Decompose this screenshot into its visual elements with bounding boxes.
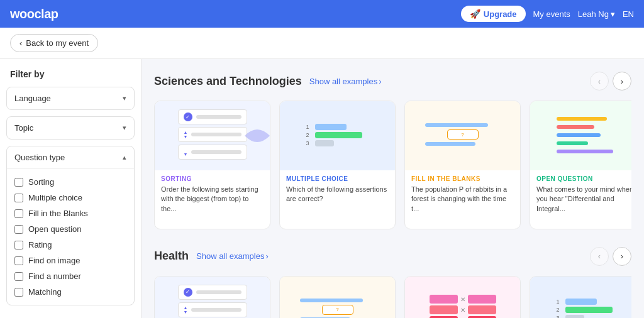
filter-title: Filter by: [0, 69, 141, 87]
sort-updown-icon: ▲▼: [184, 130, 188, 139]
sciences-next-button[interactable]: ›: [613, 72, 631, 90]
language-label: Language: [14, 94, 51, 103]
card-sciences-fb[interactable]: ? FILL IN THE BLANKS The population P of…: [404, 101, 521, 229]
section-health-title: Health: [154, 249, 189, 263]
fb-visual-health: ?: [300, 299, 375, 318]
match-box: [468, 305, 496, 314]
card-sciences-fb-desc: The population P of rabbits in a forest …: [411, 185, 514, 214]
checkbox-open-question-input[interactable]: [14, 225, 23, 234]
sidebar: Filter by Language ▾ Topic ▾ Question ty…: [0, 59, 142, 318]
card-sciences-fb-body: FILL IN THE BLANKS The population P of r…: [405, 170, 520, 219]
card-sciences-mc-body: MULTIPLE CHOICE Which of the following a…: [280, 170, 395, 209]
card-sciences-sorting-type: SORTING: [161, 175, 264, 182]
question-type-filter-header[interactable]: Question type ▴: [7, 146, 134, 168]
checkbox-find-image-input[interactable]: [14, 256, 23, 265]
checkbox-multiple-choice[interactable]: Multiple choice: [14, 190, 126, 206]
health-prev-button[interactable]: ‹: [590, 247, 609, 266]
health-next-button[interactable]: ›: [613, 247, 631, 266]
sort-check-icon: ✓: [184, 288, 192, 297]
sciences-prev-button[interactable]: ‹: [590, 72, 609, 90]
checkbox-rating[interactable]: Rating: [14, 237, 126, 253]
health-show-all[interactable]: Show all examples ›: [196, 251, 269, 261]
topic-label: Topic: [14, 123, 33, 133]
question-type-label: Question type: [14, 153, 65, 162]
card-health-mc[interactable]: 1 2 3: [530, 276, 631, 318]
checkbox-matching-input[interactable]: [14, 288, 23, 297]
checkbox-find-number-input[interactable]: [14, 272, 23, 281]
user-menu[interactable]: Leah Ng ▾: [578, 9, 615, 19]
card-sciences-fb-type: FILL IN THE BLANKS: [411, 175, 514, 182]
checkbox-multiple-choice-input[interactable]: [14, 194, 23, 202]
sort-bar: [191, 150, 241, 154]
arrow-decoration: [238, 117, 270, 155]
match-box: [430, 295, 458, 304]
question-type-filter: Question type ▴ Sorting Multiple choice …: [6, 146, 135, 305]
card-sciences-oq[interactable]: OPEN QUESTION What comes to your mind wh…: [530, 101, 631, 229]
section-health: Health Show all examples › ‹ ›: [154, 247, 631, 318]
language-selector[interactable]: EN: [623, 9, 634, 19]
language-filter-header[interactable]: Language ▾: [7, 87, 134, 109]
sciences-show-all-label: Show all examples: [309, 77, 377, 86]
language-chevron-icon: ▾: [123, 94, 126, 102]
card-health-mc-preview: 1 2 3: [530, 277, 631, 318]
fb-line: [425, 142, 475, 146]
section-sciences-header: Sciences and Technologies Show all examp…: [154, 72, 631, 90]
checkbox-sorting-input[interactable]: [14, 178, 23, 187]
health-show-all-chevron-icon: ›: [265, 251, 268, 261]
section-health-header: Health Show all examples › ‹ ›: [154, 247, 631, 266]
upgrade-label: Upgrade: [484, 9, 517, 19]
checkbox-find-number[interactable]: Find a number: [14, 268, 126, 284]
card-health-matching[interactable]: ✕ ✕ ✕: [404, 276, 521, 318]
checkbox-sorting[interactable]: Sorting: [14, 174, 126, 190]
fb-visual: ?: [425, 123, 501, 148]
checkbox-sorting-label: Sorting: [28, 177, 54, 187]
fb-line: [425, 123, 488, 127]
back-button[interactable]: ‹ Back to my event: [10, 34, 98, 52]
fb-blank: ?: [447, 129, 479, 140]
mc-visual: 1 2 3: [303, 124, 372, 148]
card-sciences-oq-desc: What comes to your mind when you hear "D…: [536, 185, 631, 214]
topic-chevron-icon: ▾: [123, 124, 126, 132]
subheader: ‹ Back to my event: [0, 28, 644, 59]
sort-visual: ✓ ▲▼ ▲▼: [178, 109, 247, 162]
logo: wooclap: [10, 7, 58, 21]
fb-line: [300, 299, 363, 302]
card-health-matching-preview: ✕ ✕ ✕: [405, 277, 520, 318]
checkbox-fill-blanks[interactable]: Fill in the Blanks: [14, 206, 126, 221]
main-content: Sciences and Technologies Show all examp…: [142, 59, 644, 318]
match-box: [468, 295, 496, 304]
card-sciences-sorting-preview: ✓ ▲▼ ▲▼: [155, 101, 270, 170]
user-name: Leah Ng: [578, 9, 609, 19]
sciences-nav-arrows: ‹ ›: [590, 72, 631, 90]
main-layout: Filter by Language ▾ Topic ▾ Question ty…: [0, 59, 644, 318]
card-health-fb[interactable]: ? FILL IN THE BLANKS Complete the senten…: [279, 276, 396, 318]
checkbox-rating-label: Rating: [28, 240, 52, 249]
card-sciences-oq-preview: [530, 101, 631, 170]
card-sciences-sorting[interactable]: ✓ ▲▼ ▲▼: [154, 101, 270, 229]
sciences-show-all[interactable]: Show all examples ›: [309, 77, 382, 86]
checkbox-fill-blanks-input[interactable]: [14, 209, 23, 218]
topic-filter-header[interactable]: Topic ▾: [7, 117, 134, 139]
my-events-link[interactable]: My events: [533, 9, 570, 19]
card-sciences-mc[interactable]: 1 2 3: [279, 101, 396, 229]
card-sciences-oq-type: OPEN QUESTION: [536, 175, 631, 182]
checkbox-find-number-label: Find a number: [28, 271, 81, 281]
section-sciences-header-left: Sciences and Technologies Show all examp…: [154, 75, 381, 88]
card-sciences-mc-desc: Which of the following assertions are co…: [286, 185, 389, 204]
card-sciences-sorting-body: SORTING Order the following sets startin…: [155, 170, 270, 219]
rocket-icon: 🚀: [470, 9, 480, 19]
app-header: wooclap 🚀 Upgrade My events Leah Ng ▾ EN: [0, 0, 644, 28]
sort-bar: [191, 133, 241, 136]
language-filter: Language ▾: [6, 87, 135, 110]
health-show-all-label: Show all examples: [196, 251, 264, 261]
card-sciences-fb-preview: ?: [405, 101, 520, 170]
checkbox-open-question[interactable]: Open question: [14, 221, 126, 237]
topic-filter: Topic ▾: [6, 116, 135, 140]
checkbox-find-image[interactable]: Find on image: [14, 253, 126, 268]
question-type-list: Sorting Multiple choice Fill in the Blan…: [7, 169, 134, 305]
checkbox-matching[interactable]: Matching: [14, 284, 126, 300]
card-health-sorting[interactable]: ✓ ▲▼ ▲▼: [154, 276, 270, 318]
checkbox-rating-input[interactable]: [14, 241, 23, 249]
upgrade-button[interactable]: 🚀 Upgrade: [461, 6, 526, 22]
matching-visual: ✕ ✕ ✕: [425, 295, 501, 318]
